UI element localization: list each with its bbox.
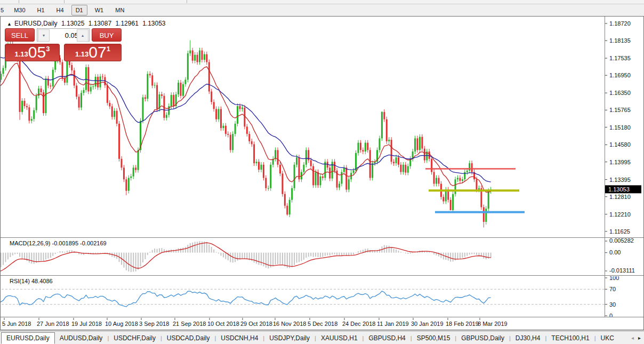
svg-text:19 Jul 2018: 19 Jul 2018 bbox=[71, 321, 102, 327]
symbol-tab-dj30-h4[interactable]: DJ30,H4 bbox=[511, 333, 545, 343]
rsi-indicator-label: RSI(14) 48.4086 bbox=[10, 278, 53, 284]
sell-button[interactable]: SELL bbox=[5, 28, 35, 42]
collapse-triangle-icon[interactable]: ▲ bbox=[7, 21, 12, 27]
svg-text:29 Oct 2018: 29 Oct 2018 bbox=[240, 321, 272, 327]
volume-decrease-icon[interactable]: ▾ bbox=[38, 29, 50, 42]
symbol-tab-eurusd-daily[interactable]: EURUSD,Daily bbox=[1, 332, 55, 344]
tabs-scroll-right-icon[interactable]: ▸ bbox=[638, 335, 641, 341]
symbol-tab-audusd-daily[interactable]: AUDUSD,Daily bbox=[55, 333, 108, 343]
timeframe-button-w1[interactable]: W1 bbox=[91, 5, 108, 15]
svg-text:30 Jan 2019: 30 Jan 2019 bbox=[411, 321, 444, 327]
buy-price-small: 1.13 bbox=[75, 50, 88, 58]
chart-ohlc-header: ▲EURUSD,Daily 1.13025 1.13087 1.12961 1.… bbox=[7, 20, 168, 27]
ohlc-open: 1.13025 bbox=[61, 20, 84, 27]
toolbar-separator bbox=[187, 0, 187, 3]
symbol-tab-bar: EURUSD,DailyAUDUSD,Daily|USDCHF,Daily|US… bbox=[0, 331, 644, 344]
symbol-tab-xauusd-h1[interactable]: XAUUSD,H1 bbox=[316, 333, 363, 343]
one-click-trading-panel: SELL ▾ ▴ BUY 1.13 05 3 1.13 07 1 bbox=[5, 28, 122, 76]
volume-spinner: ▾ ▴ bbox=[37, 28, 90, 42]
svg-text:1.18720: 1.18720 bbox=[609, 20, 631, 27]
svg-text:1.12810: 1.12810 bbox=[609, 194, 631, 200]
symbol-tab-usdcad-daily[interactable]: USDCAD,Daily bbox=[162, 333, 215, 343]
svg-text:0.00: 0.00 bbox=[609, 249, 621, 255]
svg-text:8 Mar 2019: 8 Mar 2019 bbox=[478, 321, 508, 327]
buy-button[interactable]: BUY bbox=[92, 28, 122, 42]
svg-text:5 Dec 2018: 5 Dec 2018 bbox=[308, 321, 337, 327]
timeframe-button-h4[interactable]: H4 bbox=[52, 5, 68, 15]
svg-text:70: 70 bbox=[609, 286, 616, 292]
toolbar-separator bbox=[64, 0, 65, 3]
svg-text:10 Aug 2018: 10 Aug 2018 bbox=[105, 321, 138, 327]
symbol-tab-sp500-m15[interactable]: SP500,M15 bbox=[412, 333, 455, 343]
toolbar-separator bbox=[19, 0, 19, 3]
svg-text:-0.013111: -0.013111 bbox=[609, 267, 635, 274]
svg-text:10 Oct 2018: 10 Oct 2018 bbox=[207, 321, 239, 327]
svg-text:1.15765: 1.15765 bbox=[609, 107, 631, 113]
svg-text:1.12210: 1.12210 bbox=[609, 211, 631, 218]
svg-text:5 Jun 2018: 5 Jun 2018 bbox=[2, 321, 31, 327]
svg-text:21 Sep 2018: 21 Sep 2018 bbox=[173, 321, 206, 327]
svg-text:1.13053: 1.13053 bbox=[608, 186, 630, 193]
svg-text:18 Feb 2019: 18 Feb 2019 bbox=[446, 321, 479, 327]
sell-price-tile[interactable]: 1.13 05 3 bbox=[5, 44, 60, 61]
svg-text:16 Nov 2018: 16 Nov 2018 bbox=[273, 321, 306, 327]
symbol-tab-usdjpy-daily[interactable]: USDJPY,Daily bbox=[264, 333, 315, 343]
symbol-tab-usdchf-daily[interactable]: USDCHF,Daily bbox=[109, 333, 160, 343]
chart-symbol-label: EURUSD,Daily bbox=[14, 20, 58, 27]
symbol-tab-gbpusd-h4[interactable]: GBPUSD,H4 bbox=[364, 333, 410, 343]
svg-text:1.16950: 1.16950 bbox=[609, 72, 631, 78]
timeframe-button-d1[interactable]: D1 bbox=[71, 5, 87, 15]
svg-text:1.16350: 1.16350 bbox=[609, 90, 631, 96]
svg-text:1.14580: 1.14580 bbox=[609, 141, 631, 148]
svg-text:1.15180: 1.15180 bbox=[609, 124, 631, 131]
mt4-application-window: 5M30H1H4D1W1MN 1.187201.181351.175351.16… bbox=[0, 0, 644, 344]
svg-text:30: 30 bbox=[609, 301, 616, 308]
upper-toolbar-edge bbox=[0, 0, 644, 4]
svg-text:1.13395: 1.13395 bbox=[609, 177, 631, 183]
svg-text:1.18135: 1.18135 bbox=[609, 37, 631, 44]
tabs-scroll-left-icon[interactable]: ◂ bbox=[631, 335, 634, 341]
chart-window: 1.187201.181351.175351.169501.163501.157… bbox=[0, 16, 644, 330]
svg-text:11 Jan 2019: 11 Jan 2019 bbox=[377, 321, 409, 327]
volume-increase-icon[interactable]: ▴ bbox=[77, 29, 88, 42]
ohlc-high: 1.13087 bbox=[88, 20, 111, 27]
timeframe-button-m30[interactable]: M30 bbox=[10, 5, 29, 15]
svg-text:24 Dec 2018: 24 Dec 2018 bbox=[342, 321, 375, 327]
timeframe-toolbar: 5M30H1H4D1W1MN bbox=[0, 4, 644, 16]
symbol-tab-gbpusd-daily[interactable]: GBPUSD,Daily bbox=[456, 333, 509, 343]
timeframe-button-5[interactable]: 5 bbox=[0, 5, 6, 15]
svg-text:0: 0 bbox=[609, 313, 613, 319]
sell-price-small: 1.13 bbox=[15, 50, 28, 58]
sell-price-sup: 3 bbox=[46, 45, 50, 53]
macd-indicator-label: MACD(12,26,9) -0.001895 -0.002169 bbox=[10, 240, 107, 246]
symbol-tab-usdcnh-h4[interactable]: USDCNH,H4 bbox=[216, 333, 263, 343]
svg-text:1.11625: 1.11625 bbox=[609, 228, 630, 235]
sell-price-big: 05 bbox=[28, 45, 46, 59]
ohlc-low: 1.12961 bbox=[115, 20, 138, 27]
timeframe-button-mn[interactable]: MN bbox=[111, 5, 128, 15]
svg-text:1.13995: 1.13995 bbox=[609, 159, 631, 165]
ohlc-close: 1.13053 bbox=[142, 20, 165, 27]
svg-text:27 Jun 2018: 27 Jun 2018 bbox=[37, 321, 69, 327]
svg-text:3 Sep 2018: 3 Sep 2018 bbox=[139, 321, 169, 327]
symbol-tab-tech100-h1[interactable]: TECH100,H1 bbox=[546, 333, 594, 343]
one-click-controls-row: SELL ▾ ▴ BUY bbox=[5, 28, 122, 42]
svg-text:1.17535: 1.17535 bbox=[609, 55, 631, 61]
buy-price-big: 07 bbox=[88, 45, 106, 59]
timeframe-button-h1[interactable]: H1 bbox=[33, 5, 49, 15]
volume-input[interactable] bbox=[50, 29, 79, 42]
buy-price-tile[interactable]: 1.13 07 1 bbox=[64, 44, 122, 61]
symbol-tab-ukc[interactable]: UKC bbox=[596, 333, 619, 343]
buy-price-sup: 1 bbox=[107, 45, 110, 53]
